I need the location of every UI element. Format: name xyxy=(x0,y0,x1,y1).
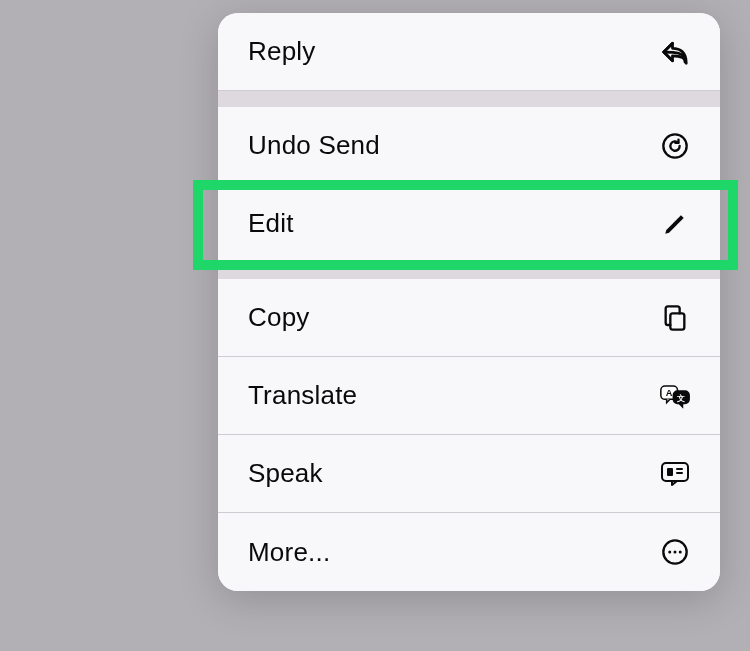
menu-item-reply[interactable]: Reply xyxy=(218,13,720,91)
svg-rect-7 xyxy=(667,468,673,476)
svg-point-13 xyxy=(679,550,682,553)
menu-section-divider xyxy=(218,91,720,107)
svg-point-11 xyxy=(668,550,671,553)
menu-item-speak[interactable]: Speak xyxy=(218,435,720,513)
svg-point-0 xyxy=(663,134,686,157)
svg-text:文: 文 xyxy=(676,392,685,402)
svg-rect-6 xyxy=(662,463,688,481)
menu-item-more[interactable]: More... xyxy=(218,513,720,591)
menu-item-copy[interactable]: Copy xyxy=(218,279,720,357)
svg-rect-1 xyxy=(670,313,684,329)
translate-icon: A 文 xyxy=(660,381,690,411)
menu-item-undo-send[interactable]: Undo Send xyxy=(218,107,720,185)
svg-point-12 xyxy=(673,550,676,553)
menu-item-label: Edit xyxy=(248,208,294,239)
menu-item-label: More... xyxy=(248,537,330,568)
menu-item-translate[interactable]: Translate A 文 xyxy=(218,357,720,435)
menu-item-label: Copy xyxy=(248,302,310,333)
speak-icon xyxy=(660,459,690,489)
copy-icon xyxy=(660,303,690,333)
context-menu: Reply Undo Send Edit xyxy=(218,13,720,591)
menu-item-edit[interactable]: Edit xyxy=(218,185,720,263)
menu-item-label: Speak xyxy=(248,458,323,489)
menu-section-divider xyxy=(218,263,720,279)
reply-arrow-icon xyxy=(660,37,690,67)
menu-item-label: Reply xyxy=(248,36,315,67)
more-ellipsis-icon xyxy=(660,537,690,567)
menu-item-label: Undo Send xyxy=(248,130,380,161)
undo-send-icon xyxy=(660,131,690,161)
svg-text:A: A xyxy=(666,388,673,398)
menu-item-label: Translate xyxy=(248,380,357,411)
pencil-icon xyxy=(660,209,690,239)
